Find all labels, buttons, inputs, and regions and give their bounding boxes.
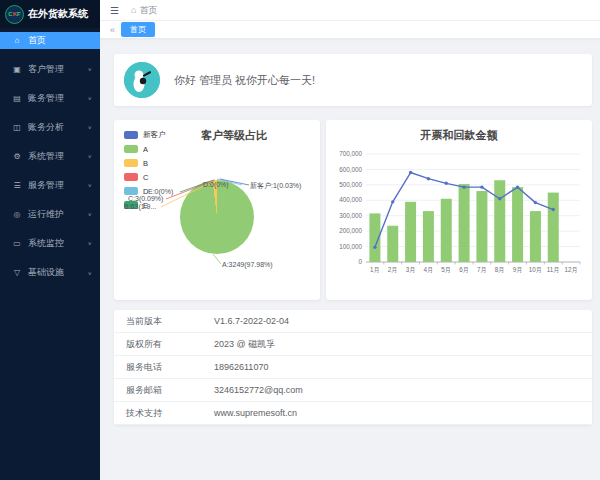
tab-home[interactable]: 首页 (121, 22, 155, 37)
bar-chart-title: 开票和回款金额 (326, 128, 592, 143)
breadcrumb[interactable]: ⌂ 首页 (131, 4, 157, 17)
sidebar-menu: ⌂首页▣客户管理∨▤账务管理∨◫账务分析∨⚙系统管理∨☰服务管理∨◎运行维护∨▭… (0, 28, 100, 293)
table-row: 服务邮箱3246152772@qq.com (114, 379, 592, 402)
info-row-label: 版权所有 (114, 338, 214, 351)
pie-chart[interactable] (180, 180, 254, 254)
pie-label-新客户: 新客户:1(0.03%) (250, 181, 301, 191)
sidebar-item-label: 客户管理 (28, 63, 88, 76)
pie-label-E: E:0(0%) (148, 188, 173, 195)
info-row-label: 技术支持 (114, 407, 214, 420)
sidebar-item-label: 基础设施 (28, 266, 88, 279)
avatar (124, 62, 160, 98)
content-column: ☰ ⌂ 首页 « 首页 (100, 0, 600, 480)
info-row-label: 服务邮箱 (114, 384, 214, 397)
chevron-down-icon: ∨ (88, 67, 92, 73)
info-row-label: 当前版本 (114, 315, 214, 328)
app-window: CKF 在外货款系统 ⌂首页▣客户管理∨▤账务管理∨◫账务分析∨⚙系统管理∨☰服… (0, 0, 600, 480)
sidebar-item-2[interactable]: ▤账务管理∨ (0, 90, 100, 107)
sidebar-item-label: 账务分析 (28, 121, 88, 134)
main-area: 你好 管理员 祝你开心每一天! 客户等级占比 新客户ABCDE D:0(0%)新… (100, 39, 600, 480)
tabs-scroll-left-icon[interactable]: « (104, 25, 121, 35)
svg-text:400,000: 400,000 (339, 196, 362, 203)
legend-swatch (124, 131, 138, 139)
greeting-card: 你好 管理员 祝你开心每一天! (114, 54, 592, 106)
chevron-down-icon: ∨ (88, 154, 92, 160)
legend-label: C (143, 173, 148, 182)
chevron-down-icon: ∨ (88, 183, 92, 189)
legend-item-新客户[interactable]: 新客户 (124, 128, 166, 142)
chevron-down-icon: ∨ (88, 212, 92, 218)
menu-home-icon: ⌂ (12, 36, 22, 45)
info-row-value: www.supremesoft.cn (214, 408, 297, 418)
legend-item-C[interactable]: C (124, 170, 166, 184)
legend-swatch (124, 173, 138, 181)
charts-row: 客户等级占比 新客户ABCDE D:0(0%)新客户:1(0.03%)E:0(0… (114, 120, 592, 300)
menu-monitor-icon: ▭ (12, 239, 22, 248)
sidebar-item-label: 运行维护 (28, 208, 88, 221)
legend-swatch (124, 145, 138, 153)
svg-text:9月: 9月 (513, 266, 523, 274)
info-table-card: 当前版本V1.6.7-2022-02-04版权所有2023 @ 磁凯孚服务电话1… (114, 310, 592, 425)
svg-text:700,000: 700,000 (339, 150, 362, 157)
svg-text:100,000: 100,000 (339, 243, 362, 250)
menu-analysis-icon: ◫ (12, 123, 22, 132)
sidebar-item-6[interactable]: ◎运行维护∨ (0, 206, 100, 223)
info-row-value: 3246152772@qq.com (214, 385, 303, 395)
svg-text:200,000: 200,000 (339, 227, 362, 234)
bar-line-chart[interactable]: 0100,000200,000300,000400,000500,000600,… (332, 146, 586, 296)
sidebar-item-8[interactable]: ▽基础设施∨ (0, 264, 100, 281)
svg-text:300,000: 300,000 (339, 212, 362, 219)
svg-text:8月: 8月 (495, 266, 505, 274)
svg-text:5月: 5月 (441, 266, 451, 274)
svg-text:11月: 11月 (547, 266, 560, 274)
legend-label: A (143, 145, 148, 154)
sidebar: CKF 在外货款系统 ⌂首页▣客户管理∨▤账务管理∨◫账务分析∨⚙系统管理∨☰服… (0, 0, 100, 480)
menu-customer-icon: ▣ (12, 65, 22, 74)
pie-label-B: B:63(1.9... (124, 203, 156, 210)
legend-item-A[interactable]: A (124, 142, 166, 156)
sidebar-item-label: 账务管理 (28, 92, 88, 105)
chevron-down-icon: ∨ (88, 96, 92, 102)
breadcrumb-label: 首页 (139, 4, 157, 17)
info-row-value: 18962611070 (214, 362, 268, 372)
table-row: 当前版本V1.6.7-2022-02-04 (114, 310, 592, 333)
app-logo: CKF (5, 5, 24, 24)
app-title: 在外货款系统 (28, 7, 88, 21)
menu-system-icon: ⚙ (12, 152, 22, 161)
chevron-down-icon: ∨ (88, 125, 92, 131)
tab-bar: « 首页 (100, 21, 600, 39)
menu-account-icon: ▤ (12, 94, 22, 103)
sidebar-item-5[interactable]: ☰服务管理∨ (0, 177, 100, 194)
sidebar-item-4[interactable]: ⚙系统管理∨ (0, 148, 100, 165)
hamburger-icon[interactable]: ☰ (110, 5, 119, 16)
info-row-label: 服务电话 (114, 361, 214, 374)
pie-label-C: C:3(0.09%) (128, 195, 163, 202)
sidebar-item-home[interactable]: ⌂首页 (0, 32, 100, 49)
menu-infra-icon: ▽ (12, 268, 22, 277)
table-row: 技术支持www.supremesoft.cn (114, 402, 592, 425)
logo-bar: CKF 在外货款系统 (0, 0, 100, 28)
home-icon: ⌂ (131, 5, 136, 15)
svg-text:0: 0 (358, 258, 362, 265)
sidebar-item-label: 首页 (28, 34, 92, 47)
top-header: ☰ ⌂ 首页 (100, 0, 600, 21)
legend-item-B[interactable]: B (124, 156, 166, 170)
table-row: 版权所有2023 @ 磁凯孚 (114, 333, 592, 356)
legend-label: B (143, 159, 148, 168)
info-row-value: V1.6.7-2022-02-04 (214, 316, 289, 326)
svg-text:1月: 1月 (370, 266, 380, 274)
sidebar-item-label: 系统管理 (28, 150, 88, 163)
svg-text:6月: 6月 (459, 266, 469, 274)
sidebar-item-3[interactable]: ◫账务分析∨ (0, 119, 100, 136)
svg-text:10月: 10月 (529, 266, 542, 274)
svg-text:3月: 3月 (406, 266, 416, 274)
info-row-value: 2023 @ 磁凯孚 (214, 338, 275, 351)
svg-text:600,000: 600,000 (339, 166, 362, 173)
chevron-down-icon: ∨ (88, 270, 92, 276)
svg-text:2月: 2月 (388, 266, 398, 274)
menu-ops-icon: ◎ (12, 210, 22, 219)
sidebar-item-label: 服务管理 (28, 179, 88, 192)
sidebar-item-7[interactable]: ▭系统监控∨ (0, 235, 100, 252)
svg-text:7月: 7月 (477, 266, 487, 274)
sidebar-item-1[interactable]: ▣客户管理∨ (0, 61, 100, 78)
